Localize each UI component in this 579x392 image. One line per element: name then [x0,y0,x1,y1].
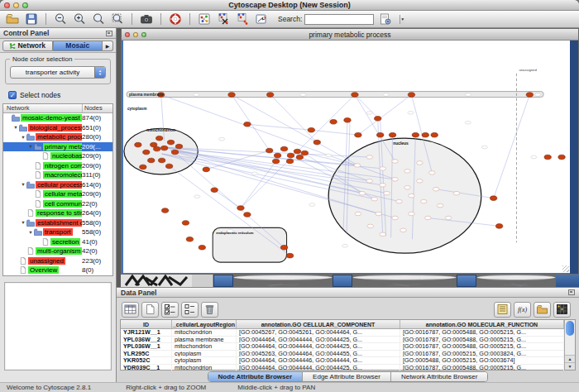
attribute-grid-icon[interactable] [122,302,139,318]
expander-icon[interactable]: ▼ [27,144,34,149]
tree-row[interactable]: mosaic-demo-yeast874(0) [3,113,112,123]
tree-row[interactable]: ▼biological_process651(0) [3,123,112,133]
tab-network-attribute-browser[interactable]: Network Attribute Browser [391,372,487,381]
column-header-region[interactable]: _cellularLayoutRegion [172,320,237,328]
folder-icon [34,228,43,236]
tree-row-label: cellular metabo [43,190,82,198]
tree-row[interactable]: ▼cellular process614(0) [3,180,112,190]
network-tree: Network Nodes mosaic-demo-yeast874(0)▼bi… [2,103,113,276]
session-settings-icon[interactable] [378,12,393,26]
attribute-matrix-icon[interactable] [553,302,571,318]
tab-node-attribute-browser[interactable]: Node Attribute Browser [208,372,304,381]
tree-row[interactable]: ▼metabolic process280(0) [3,132,112,142]
attribute-table-header: ID _cellularLayoutRegion annotation.GO C… [121,320,564,329]
search-dropdown-icon[interactable]: ▼ [400,15,404,24]
tree-row[interactable]: multi-organism pro42(0) [3,246,112,256]
expander-icon[interactable]: ▼ [12,125,19,130]
tree-row-label: cellular process [36,181,82,189]
zoom-fit-icon[interactable] [110,12,125,26]
tree-column-network[interactable]: Network [3,104,83,112]
tab-mosaic[interactable]: Mosaic [53,41,103,51]
tree-row[interactable]: cell communicat22(0) [3,199,112,209]
network-canvas[interactable]: plasma membranecytoplasmmitochondrionnuc… [122,41,570,274]
data-panel-toolbar: f(x) [120,299,576,319]
expander-icon[interactable]: ▼ [20,220,26,225]
tree-row[interactable]: ▼transport558(0) [3,227,112,237]
table-row[interactable]: YJR121W__1mitochondrion[GO:0045267, GO:0… [121,329,564,337]
tree-row[interactable]: response to stimulu264(0) [3,208,112,218]
vizmapper-icon[interactable] [254,12,269,26]
tree-row[interactable]: nitrogen compo209(0) [3,161,112,171]
search-combobox[interactable]: ▼ [304,14,374,25]
expander-icon[interactable]: ▼ [20,135,26,140]
select-attributes-icon[interactable] [161,302,179,318]
function-builder-icon[interactable]: f(x) [514,302,531,318]
tree-row-label: establishment of lo [36,219,82,227]
tree-row[interactable]: ▼primary metabol209(... [3,142,112,152]
zoom-in-icon[interactable] [72,12,87,26]
table-cell: YJR121W__1 [121,329,172,336]
control-panel: Control Panel Network Mosaic ▶ Node colo… [0,28,117,382]
tree-row[interactable]: cellular metabo209(0) [3,189,112,199]
resize-grip-icon[interactable] [562,265,569,272]
tree-row[interactable]: Overview8(0) [3,265,112,275]
status-hint-pan: Middle-click + drag to PAN [237,384,315,391]
table-cell: [GO:0045263, GO:0044464, GO:0044455, G..… [237,351,400,357]
select-nodes-checkbox[interactable]: ✓ [8,91,17,99]
float-panel-icon[interactable] [106,31,112,36]
tab-network[interactable]: Network [2,41,53,51]
table-row[interactable]: YPL036W__1mitochondrion[GO:0044464, GO:0… [121,343,564,351]
tree-row[interactable]: macromolecule311(0) [3,170,112,180]
snapshot-icon[interactable] [139,12,154,26]
network-window-titlebar[interactable]: primary metabolic process [122,29,578,41]
list-icon[interactable] [494,302,511,318]
table-row[interactable]: YPL036W__2plasma membrane[GO:0044464, GO… [121,337,564,344]
zoom-out-icon[interactable] [53,12,68,26]
network-tree-rows: mosaic-demo-yeast874(0)▼biological_proce… [3,113,112,275]
column-header-id[interactable]: ID [121,320,172,328]
new-attribute-icon[interactable] [141,302,159,318]
show-selected-icon[interactable] [235,12,250,26]
column-header-molecular-function[interactable]: annotation.GO MOLECULAR_FUNCTION [400,320,564,328]
svg-text:plasma membrane: plasma membrane [129,93,164,97]
scrollbar-thumb[interactable] [566,321,574,336]
scroll-down-icon[interactable]: ▼ [565,362,575,370]
table-row[interactable]: YKR052Ccytoplasm[GO:0044464, GO:0044446,… [121,357,564,365]
file-icon [26,247,36,255]
tree-row-label: metabolic process [36,133,82,141]
table-cell: [GO:0045267, GO:0045261, GO:0044464, G..… [237,329,400,336]
table-cell: [GO:0044464, GO:0044444, GO:0044425, G..… [237,343,400,350]
save-session-icon[interactable] [24,12,39,26]
tab-overflow-button[interactable]: ▶ [103,41,113,51]
tree-row-label: Overview [28,266,59,274]
background-window-titlebar [457,275,476,287]
help-icon[interactable] [168,12,183,26]
expander-icon[interactable]: ▼ [20,182,26,187]
tree-row[interactable]: ▼establishment of lo558(0) [3,218,112,228]
unselect-attributes-icon[interactable] [181,302,199,318]
tree-column-nodes[interactable]: Nodes [83,104,112,112]
float-data-panel-icon[interactable] [568,289,575,295]
tree-row[interactable]: nucleobase-209(0) [3,151,112,161]
open-session-icon[interactable] [5,12,20,26]
scroll-up-icon[interactable]: ▲ [565,355,575,362]
expander-icon[interactable]: ▼ [27,230,34,235]
import-attributes-icon[interactable] [534,302,551,318]
table-row[interactable]: YLR295Ccytoplasm[GO:0045263, GO:0044464,… [121,351,564,358]
network-desktop: primary metabolic process plasma membran… [117,28,579,287]
table-scrollbar[interactable]: ▲ ▼ [564,320,575,370]
status-bar: Welcome to Cytoscape 2.8.1 Right-click +… [0,382,579,392]
column-header-cellular-component[interactable]: annotation.GO CELLULAR_COMPONENT [237,320,400,328]
tree-row[interactable]: secretion41(0) [3,237,112,247]
node-color-dropdown[interactable]: transporter activity ▲▼ [10,66,106,79]
tree-row-node-count: 22(0) [82,200,112,208]
folder-icon [26,133,36,141]
table-cell: [GO:0044464, GO:0044446, GO:0044444, G..… [237,357,400,364]
table-cell: YPL036W__2 [121,337,172,343]
delete-attribute-icon[interactable] [201,302,218,318]
tree-row[interactable]: unassigned223(0) [3,256,112,266]
zoom-selected-icon[interactable] [91,12,106,26]
network-view-icon[interactable] [197,12,212,26]
hide-selected-icon[interactable] [216,12,231,26]
tab-edge-attribute-browser[interactable]: Edge Attribute Browser [303,372,391,381]
